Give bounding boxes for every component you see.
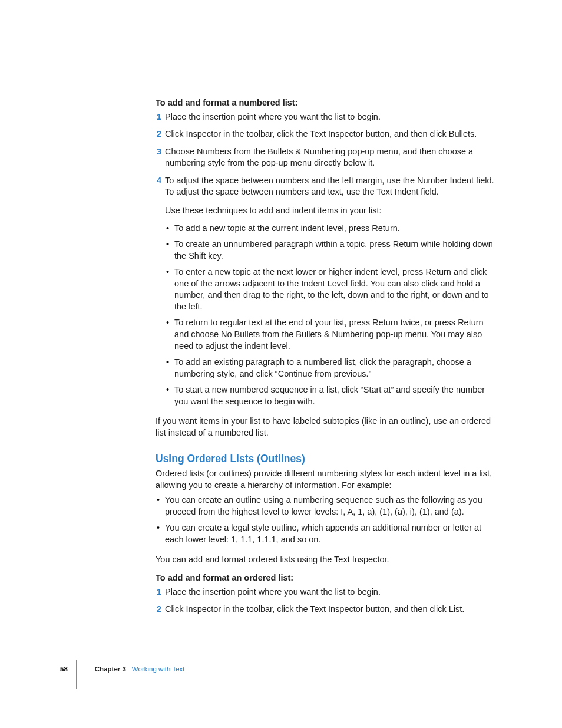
section1-closing: If you want items in your list to have l… [156, 416, 500, 439]
ordered-lists-examples: You can create an outline using a number… [156, 495, 500, 545]
numbered-list-steps: 1 Place the insertion point where you wa… [156, 111, 500, 408]
chapter-title: Working with Text [132, 666, 185, 673]
step-text: Click Inspector in the toolbar, click th… [165, 129, 477, 139]
example-item: You can create an outline using a number… [156, 495, 500, 518]
technique-item: To return to regular text at the end of … [165, 317, 500, 352]
ordered-lists-heading: Using Ordered Lists (Outlines) [156, 452, 500, 466]
ordered-lists-body: You can add and format ordered lists usi… [156, 554, 500, 566]
step-number: 1 [153, 587, 161, 598]
ordered-list-steps: 1 Place the insertion point where you wa… [156, 587, 500, 615]
step-item: 4 To adjust the space between numbers an… [156, 175, 500, 408]
chapter-line: Chapter 3 Working with Text [95, 666, 185, 673]
step-number: 1 [153, 111, 161, 123]
techniques-list: To add a new topic at the current indent… [165, 223, 500, 408]
technique-item: To add a new topic at the current indent… [165, 223, 500, 235]
page-number: 58 [60, 666, 68, 673]
step-item: 2 Click Inspector in the toolbar, click … [156, 129, 500, 140]
technique-item: To create an unnumbered paragraph within… [165, 239, 500, 262]
numbered-list-intro: To add and format a numbered list: [156, 97, 500, 109]
technique-item: To start a new numbered sequence in a li… [165, 384, 500, 407]
example-item: You can create a legal style outline, wh… [156, 522, 500, 545]
page-footer: 58 Chapter 3 Working with Text [60, 666, 185, 673]
techniques-lead: Use these techniques to add and indent i… [165, 205, 500, 217]
step-text: Place the insertion point where you want… [165, 112, 381, 121]
step-number: 2 [153, 604, 161, 615]
step-item: 2 Click Inspector in the toolbar, click … [156, 604, 500, 615]
footer-rule [76, 660, 77, 689]
page-content: To add and format a numbered list: 1 Pla… [156, 97, 500, 621]
technique-item: To enter a new topic at the next lower o… [165, 266, 500, 312]
chapter-label: Chapter 3 [95, 666, 126, 673]
step-number: 3 [153, 146, 161, 158]
technique-item: To add an existing paragraph to a number… [165, 357, 500, 380]
step-number: 4 [153, 175, 161, 187]
step-text: Place the insertion point where you want… [165, 587, 381, 597]
step-item: 3 Choose Numbers from the Bullets & Numb… [156, 146, 500, 169]
step-text: Choose Numbers from the Bullets & Number… [165, 147, 473, 168]
step-item: 1 Place the insertion point where you wa… [156, 587, 500, 598]
step-text: To adjust the space between numbers and … [165, 176, 494, 197]
step-item: 1 Place the insertion point where you wa… [156, 111, 500, 123]
step-number: 2 [153, 129, 161, 140]
step-text: Click Inspector in the toolbar, click th… [165, 604, 464, 614]
ordered-steps-intro: To add and format an ordered list: [156, 572, 500, 584]
ordered-lists-intro: Ordered lists (or outlines) provide diff… [156, 468, 500, 491]
